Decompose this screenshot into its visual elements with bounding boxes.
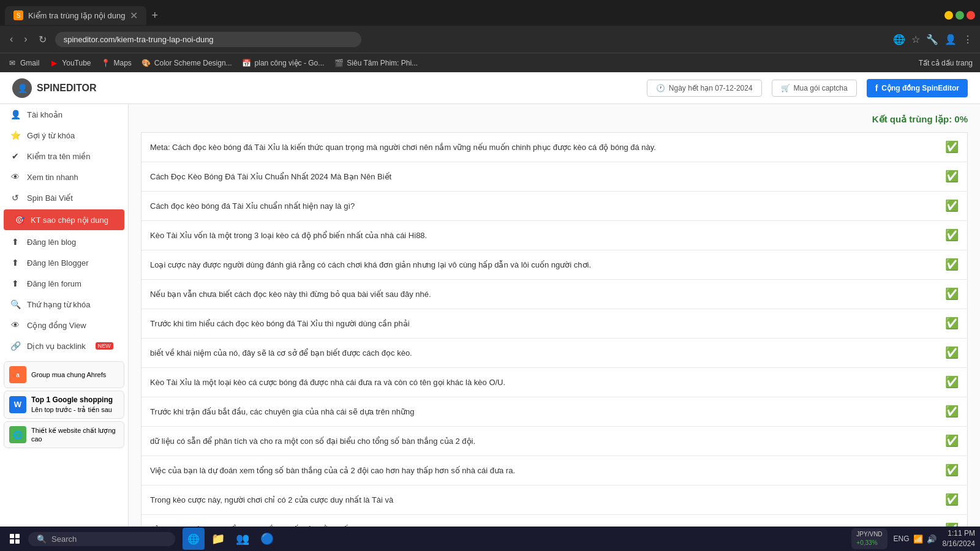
youtube-icon: ▶ (49, 58, 59, 68)
refresh-button[interactable]: ↻ (36, 31, 49, 48)
address-input[interactable] (55, 32, 361, 47)
row-check-9: ✅ (937, 397, 968, 427)
table-row: Việc của bạn là dự đoán xem tổng số bàn … (141, 456, 968, 485)
bookmark-colorscheme-label: Color Scheme Design... (154, 59, 232, 67)
colorscheme-icon: 🎨 (141, 58, 151, 68)
sidebar-item-domain[interactable]: ✔ Kiểm tra tên miền (0, 146, 128, 167)
website-text: Thiết kế website chất lượng cao (31, 426, 119, 444)
sidebar-item-news[interactable]: 👁 Xem tin nhanh (0, 167, 128, 187)
sidebar-ranking-label: Thứ hạng từ khóa (27, 300, 91, 309)
captcha-label: Mua gói captcha (794, 84, 848, 92)
menu-icon[interactable]: ⋮ (963, 34, 973, 45)
close-tab-button[interactable]: ✕ (130, 10, 138, 21)
row-check-6: ✅ (937, 309, 968, 339)
expiry-button[interactable]: 🕐 Ngày hết hạn 07-12-2024 (647, 80, 762, 97)
row-check-1: ✅ (937, 162, 968, 192)
row-check-7: ✅ (937, 339, 968, 368)
taskbar-app-folder[interactable]: 📁 (207, 528, 229, 550)
news-icon: 👁 (10, 172, 21, 182)
sidebar-item-ranking[interactable]: 🔍 Thứ hạng từ khóa (0, 294, 128, 315)
bookmark-maps[interactable]: 📍 Maps (101, 58, 132, 68)
start-button[interactable] (5, 529, 24, 549)
taskbar-clock: 1:11 PM 8/16/2024 (943, 528, 975, 549)
table-row: Kèo Tài Xỉu là một loại kèo cá cược bóng… (141, 368, 968, 397)
taskbar-search[interactable]: 🔍 Search (28, 532, 175, 546)
sidebar-item-forum[interactable]: ⬆ Đăng lên forum (0, 273, 128, 294)
profile-icon[interactable]: 👤 (944, 34, 957, 45)
taskbar-app-teams[interactable]: 👥 (232, 528, 254, 550)
film-icon: 🎬 (334, 58, 344, 68)
table-row: Meta: Cách đọc kèo bóng đá Tài Xỉu là ki… (141, 133, 968, 162)
edge-icon: 🔵 (260, 532, 274, 545)
teams-icon: 👥 (236, 532, 249, 545)
row-text-10: dữ liệu có sẵn để phân tích và cho ra mộ… (141, 427, 937, 456)
backlink-icon: 🔗 (10, 341, 21, 351)
tab-title: Kiểm tra trùng lặp nội dung (28, 11, 125, 20)
content-area: Kết quả trùng lặp: 0% Meta: Cách đọc kèo… (129, 104, 980, 527)
sidebar-ad-ahrefs[interactable]: a Group mua chung Ahrefs (4, 361, 124, 388)
bookmark-maps-label: Maps (114, 59, 132, 67)
table-row: Nếu bạn vẫn chưa biết cách đọc kèo này t… (141, 280, 968, 309)
extension-icon[interactable]: 🔧 (926, 34, 938, 45)
bookmark-gmail-label: Gmail (20, 59, 39, 67)
close-button[interactable] (967, 11, 975, 20)
bookmark-plan[interactable]: 📅 plan công việc - Go... (242, 58, 325, 68)
row-text-0: Meta: Cách đọc kèo bóng đá Tài Xỉu là ki… (141, 133, 937, 162)
check-icon: ✅ (945, 200, 959, 212)
sidebar-item-backlink[interactable]: 🔗 Dịch vụ backlink NEW (0, 335, 128, 356)
sidebar-item-account[interactable]: 👤 Tài khoản (0, 104, 128, 125)
sidebar-ad-website[interactable]: 🌐 Thiết kế website chất lượng cao (4, 421, 124, 449)
google-shopping-icon: W (9, 396, 26, 413)
sidebar-item-duplicate[interactable]: 🎯 KT sao chép nội dung (4, 209, 124, 230)
blogger-icon: ⬆ (10, 258, 21, 268)
taskbar-app-browser[interactable]: 🌐 (183, 528, 205, 550)
check-icon: ✅ (945, 317, 959, 329)
community-label: Cộng đồng SpinEditor (881, 84, 959, 92)
sidebar-item-community[interactable]: 👁 Cộng đồng View (0, 315, 128, 335)
sidebar-item-spin[interactable]: ↺ Spin Bài Viết (0, 187, 128, 208)
community-button[interactable]: f Cộng đồng SpinEditor (867, 79, 968, 97)
bookmark-film[interactable]: 🎬 Siêu Tâm Phim: Phi... (334, 58, 418, 68)
bookmark-plan-label: plan công việc - Go... (255, 59, 325, 67)
sidebar-item-keywords[interactable]: ⭐ Gợi ý từ khóa (0, 125, 128, 146)
search-icon: 🔍 (37, 534, 47, 544)
domain-icon: ✔ (10, 151, 21, 161)
currency-badge: JPY/VND +0,33% (851, 528, 887, 549)
ranking-icon: 🔍 (10, 299, 21, 309)
taskbar-app-edge[interactable]: 🔵 (256, 528, 278, 550)
sidebar-account-label: Tài khoản (27, 110, 62, 119)
address-bar: ‹ › ↻ 🌐 ☆ 🔧 👤 ⋮ (0, 26, 980, 53)
table-row: dữ liệu có sẵn để phân tích và cho ra mộ… (141, 427, 968, 456)
check-icon: ✅ (945, 288, 959, 300)
bookmark-star-icon[interactable]: ☆ (911, 34, 920, 45)
time-display: 1:11 PM (943, 528, 975, 539)
bookmark-colorscheme[interactable]: 🎨 Color Scheme Design... (141, 58, 232, 68)
taskbar: 🔍 Search 🌐 📁 👥 🔵 JPY/VND +0,33% ENG 📶 🔊 … (0, 527, 980, 551)
active-tab[interactable]: S Kiểm tra trùng lặp nội dung ✕ (5, 6, 146, 25)
row-check-3: ✅ (937, 221, 968, 250)
row-text-11: Việc của bạn là dự đoán xem tổng số bàn … (141, 456, 937, 485)
row-text-4: Loại cược này được người dùng đánh giá r… (141, 250, 937, 280)
check-icon: ✅ (945, 170, 959, 182)
check-icon: ✅ (945, 405, 959, 418)
forward-button[interactable]: › (21, 31, 29, 47)
sidebar-item-blog[interactable]: ⬆ Đăng lên blog (0, 231, 128, 252)
bookmark-gmail[interactable]: ✉ Gmail (7, 58, 39, 68)
bookmark-all[interactable]: Tất cả dấu trang (919, 59, 973, 67)
maximize-button[interactable] (956, 11, 964, 20)
sidebar-spin-label: Spin Bài Viết (27, 193, 73, 203)
back-button[interactable]: ‹ (7, 31, 15, 47)
bookmark-youtube[interactable]: ▶ YouTube (49, 58, 91, 68)
new-tab-button[interactable]: + (146, 7, 163, 24)
row-check-12: ✅ (937, 485, 968, 515)
sidebar-ad-google-shopping[interactable]: W Top 1 Google shopping Lên top trước - … (4, 391, 124, 419)
forum-icon: ⬆ (10, 279, 21, 288)
minimize-button[interactable] (944, 11, 953, 20)
row-check-11: ✅ (937, 456, 968, 485)
sidebar-item-blogger[interactable]: ⬆ Đăng lên Blogger (0, 252, 128, 273)
table-row: Trong kèo cược này, người chơi chỉ có 2 … (141, 485, 968, 515)
captcha-button[interactable]: 🛒 Mua gói captcha (772, 80, 857, 97)
blog-icon: ⬆ (10, 237, 21, 247)
bookmark-youtube-label: YouTube (62, 59, 91, 67)
translate-icon[interactable]: 🌐 (893, 34, 905, 45)
